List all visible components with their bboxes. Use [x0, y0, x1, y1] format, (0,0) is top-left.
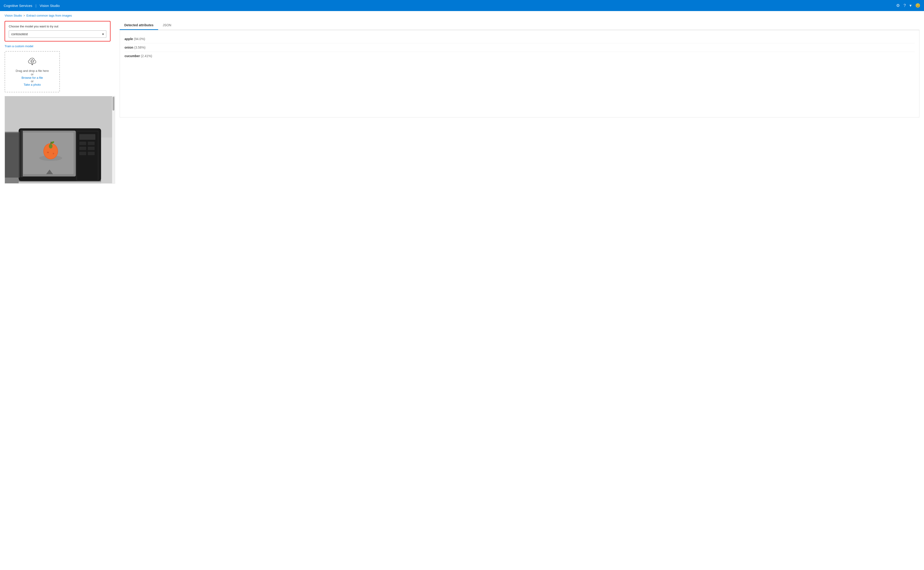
train-custom-model-link[interactable]: Train a custom model — [5, 44, 34, 48]
header-divider: | — [35, 4, 37, 8]
svg-point-15 — [53, 153, 54, 154]
app-name: Cognitive Services — [4, 4, 32, 8]
breadcrumb-home[interactable]: Vision Studio — [5, 14, 22, 17]
svg-rect-19 — [88, 142, 95, 145]
preview-image — [5, 96, 115, 183]
image-scrollbar[interactable] — [112, 96, 115, 183]
result-tag-cucumber: cucumber — [125, 54, 140, 58]
breadcrumb-separator: > — [23, 14, 25, 17]
tab-json[interactable]: JSON — [158, 21, 176, 30]
or-label-2: or — [31, 80, 34, 83]
svg-rect-7 — [20, 130, 23, 177]
gear-icon[interactable]: ⚙ — [896, 3, 900, 8]
result-confidence-cucumber: (2.41%) — [141, 54, 152, 58]
or-label-1: or — [31, 72, 34, 76]
result-tag-onion: onion — [125, 46, 133, 49]
svg-rect-17 — [79, 134, 96, 140]
header-actions: ⚙ ? ▾ 😊 — [896, 3, 920, 8]
result-confidence-onion: (3.58%) — [134, 46, 145, 49]
results-panel: apple (94.0%) onion (3.58%) cucumber (2.… — [120, 30, 919, 118]
svg-point-14 — [47, 152, 49, 153]
svg-point-11 — [49, 144, 52, 149]
app-header: Cognitive Services | Vision Studio ⚙ ? ▾… — [0, 0, 924, 11]
result-tag-apple: apple — [125, 37, 133, 41]
scrollbar-thumb — [113, 97, 115, 110]
image-preview-container — [5, 96, 115, 184]
help-icon[interactable]: ? — [904, 3, 906, 8]
breadcrumb-current: Extract common tags from images — [26, 14, 72, 17]
dropdown-chevron-icon: ▾ — [102, 32, 104, 36]
drop-zone-text: Drag and drop a file here or Browse for … — [10, 69, 55, 86]
header-brand: Cognitive Services | Vision Studio — [4, 4, 60, 8]
result-confidence-apple: (94.0%) — [134, 37, 145, 41]
tab-detected-attributes[interactable]: Detected attributes — [120, 21, 158, 30]
svg-rect-23 — [88, 152, 95, 155]
result-item-cucumber: cucumber (2.41%) — [125, 52, 915, 60]
svg-rect-21 — [88, 147, 95, 150]
tabs: Detected attributes JSON — [120, 21, 919, 30]
model-selector-label: Choose the model you want to try out — [9, 25, 106, 28]
model-selected-value: contosotest — [11, 32, 28, 36]
app-subtitle: Vision Studio — [40, 4, 60, 8]
svg-rect-20 — [79, 147, 86, 150]
svg-rect-28 — [19, 181, 101, 183]
left-panel: Choose the model you want to try out con… — [5, 21, 115, 184]
chevron-down-icon[interactable]: ▾ — [909, 3, 912, 8]
model-selector-box: Choose the model you want to try out con… — [5, 21, 110, 41]
file-drop-zone[interactable]: Drag and drop a file here or Browse for … — [5, 51, 60, 92]
result-item-apple: apple (94.0%) — [125, 35, 915, 43]
user-icon[interactable]: 😊 — [915, 3, 920, 8]
main-content: Choose the model you want to try out con… — [0, 20, 924, 188]
svg-rect-22 — [79, 152, 86, 155]
take-photo-link[interactable]: Take a photo — [24, 83, 41, 86]
tabs-container: Detected attributes JSON apple (94.0%) o… — [120, 21, 919, 118]
upload-cloud-icon — [10, 57, 55, 67]
svg-rect-27 — [5, 133, 19, 183]
result-item-onion: onion (3.58%) — [125, 43, 915, 52]
svg-rect-18 — [79, 142, 86, 145]
right-panel: Detected attributes JSON apple (94.0%) o… — [120, 21, 919, 184]
browse-file-link[interactable]: Browse for a file — [21, 76, 43, 80]
drag-drop-label: Drag and drop a file here — [16, 69, 49, 72]
breadcrumb: Vision Studio > Extract common tags from… — [0, 11, 924, 20]
model-select-dropdown[interactable]: contosotest ▾ — [9, 31, 106, 38]
